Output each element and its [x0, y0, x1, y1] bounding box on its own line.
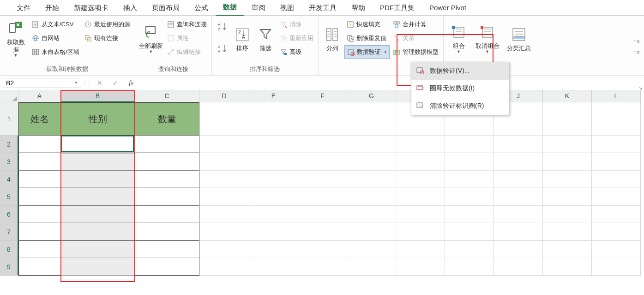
cell[interactable]	[592, 188, 641, 206]
consolidate-button[interactable]: 合并计算	[391, 18, 440, 31]
cell[interactable]	[396, 188, 445, 206]
cell[interactable]	[249, 223, 298, 241]
group-button[interactable]: 组合 ▼	[446, 18, 471, 61]
cell[interactable]	[61, 136, 135, 153]
get-data-button[interactable]: 获取数 据 ▼	[3, 18, 29, 61]
cell[interactable]	[347, 223, 396, 241]
cell[interactable]	[18, 206, 61, 223]
cell[interactable]	[494, 206, 543, 223]
cell[interactable]	[61, 188, 135, 206]
cell[interactable]	[494, 153, 543, 171]
column-header[interactable]: C	[135, 90, 199, 102]
cell[interactable]	[592, 258, 641, 276]
cell[interactable]	[543, 102, 592, 136]
cell[interactable]	[445, 136, 494, 153]
select-all-corner[interactable]	[0, 90, 18, 102]
cell[interactable]	[135, 136, 199, 153]
cell[interactable]	[61, 206, 135, 223]
cell[interactable]	[199, 241, 249, 258]
cell[interactable]	[135, 206, 199, 223]
cell[interactable]	[18, 188, 61, 206]
cell[interactable]	[445, 171, 494, 188]
tab-newtab[interactable]: 新建选项卡	[66, 0, 116, 16]
cell[interactable]	[592, 102, 641, 136]
cell[interactable]	[298, 153, 347, 171]
cell[interactable]	[494, 241, 543, 258]
cell[interactable]	[135, 241, 199, 258]
cell[interactable]	[199, 153, 249, 171]
cell[interactable]: 数量	[135, 102, 199, 136]
cell[interactable]	[592, 206, 641, 223]
column-header[interactable]: F	[298, 90, 347, 102]
cell[interactable]	[543, 206, 592, 223]
column-header[interactable]: A	[18, 90, 61, 102]
cell[interactable]	[135, 258, 199, 276]
tab-view[interactable]: 视图	[273, 0, 301, 16]
formula-input[interactable]	[142, 78, 644, 88]
cell[interactable]	[298, 188, 347, 206]
cell[interactable]	[61, 153, 135, 171]
advanced-filter-button[interactable]: 高级	[277, 45, 315, 59]
filter-button[interactable]: 筛选	[254, 18, 277, 61]
cell[interactable]	[494, 188, 543, 206]
cell[interactable]	[445, 258, 494, 276]
flash-fill-button[interactable]: 快速填充	[344, 18, 390, 31]
cell[interactable]	[494, 171, 543, 188]
subtotal-button[interactable]: 分类汇总	[504, 18, 534, 61]
cell[interactable]	[494, 258, 543, 276]
row-header[interactable]: 6	[0, 206, 18, 223]
cell[interactable]	[199, 206, 249, 223]
row-header[interactable]: 1	[0, 102, 18, 136]
cell[interactable]	[199, 102, 249, 136]
cell[interactable]	[396, 206, 445, 223]
cell[interactable]	[61, 223, 135, 241]
cell[interactable]	[592, 153, 641, 171]
menu-item-clear-circles[interactable]: 清除验证标识圈(R)	[411, 97, 509, 115]
remove-duplicates-button[interactable]: 删除重复值	[344, 31, 390, 45]
from-text-csv-button[interactable]: 从文本/CSV	[30, 18, 81, 31]
sort-asc-button[interactable]: AZ	[215, 18, 230, 36]
menu-item-circle-invalid[interactable]: 圈释无效数据(I)	[411, 80, 509, 97]
cell[interactable]	[543, 188, 592, 206]
cell[interactable]	[592, 171, 641, 188]
cell[interactable]	[135, 188, 199, 206]
cell[interactable]	[445, 223, 494, 241]
cell[interactable]	[249, 153, 298, 171]
refresh-all-button[interactable]: 全部刷新 ▼	[138, 18, 164, 61]
text-to-columns-button[interactable]: 分列	[321, 18, 343, 61]
cell[interactable]	[396, 171, 445, 188]
cell[interactable]	[445, 241, 494, 258]
cell[interactable]	[396, 136, 445, 153]
cell[interactable]	[445, 153, 494, 171]
cell[interactable]	[249, 258, 298, 276]
cell[interactable]	[543, 136, 592, 153]
cell[interactable]	[347, 153, 396, 171]
tab-home[interactable]: 开始	[38, 0, 66, 16]
tab-data[interactable]: 数据	[216, 0, 244, 16]
cell[interactable]	[592, 223, 641, 241]
sort-desc-button[interactable]: ZA	[215, 40, 230, 58]
cell[interactable]	[347, 102, 396, 136]
cell[interactable]	[592, 136, 641, 153]
row-header[interactable]: 3	[0, 153, 18, 171]
cell[interactable]	[61, 241, 135, 258]
cell[interactable]	[18, 258, 61, 276]
ungroup-button[interactable]: 取消组合 ▼	[472, 18, 503, 61]
cell[interactable]	[199, 258, 249, 276]
existing-conn-button[interactable]: 现有连接	[82, 31, 132, 45]
cell[interactable]	[396, 153, 445, 171]
cell[interactable]	[18, 241, 61, 258]
tab-help[interactable]: 帮助	[344, 0, 373, 16]
collapse-detail-icon[interactable]: ⁺≡	[629, 38, 644, 45]
cell[interactable]: 姓名	[18, 102, 61, 136]
cell[interactable]	[135, 171, 199, 188]
tab-formulas[interactable]: 公式	[187, 0, 216, 16]
cell[interactable]	[249, 102, 298, 136]
column-header[interactable]: K	[543, 90, 592, 102]
row-header[interactable]: 2	[0, 136, 18, 153]
row-header[interactable]: 5	[0, 188, 18, 206]
row-header[interactable]: 7	[0, 223, 18, 241]
cell[interactable]	[18, 223, 61, 241]
cell[interactable]	[249, 171, 298, 188]
cell[interactable]	[347, 171, 396, 188]
